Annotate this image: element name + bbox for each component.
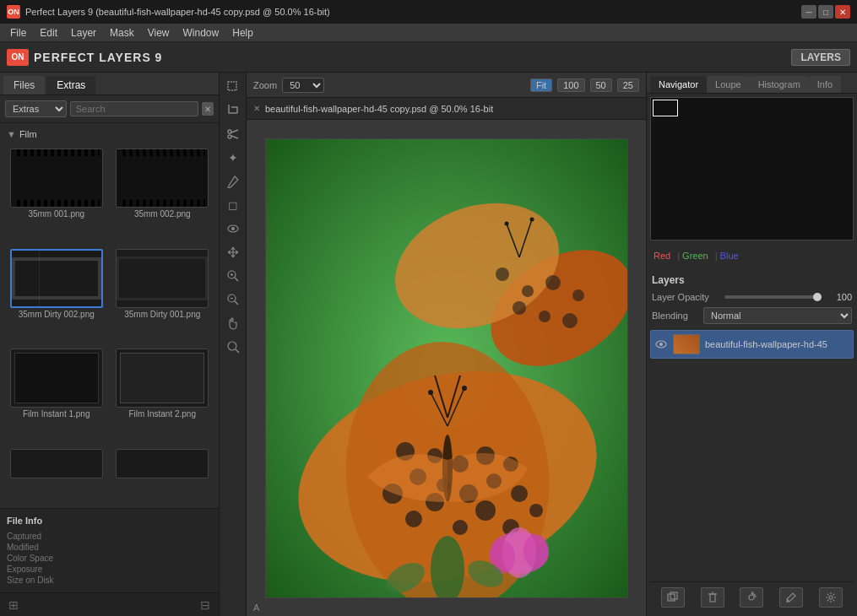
fit-button[interactable]: Fit <box>530 78 552 92</box>
info-label-sizeondisk: Size on Disk <box>7 575 74 585</box>
menu-help[interactable]: Help <box>225 25 260 41</box>
zoom-label: Zoom <box>253 80 277 90</box>
info-row-colorspace: Color Space <box>7 553 212 564</box>
opacity-slider[interactable] <box>724 295 822 299</box>
tab-info[interactable]: Info <box>809 76 841 93</box>
svg-point-26 <box>475 500 496 521</box>
thumbnail-image <box>10 149 103 208</box>
svg-point-14 <box>228 342 236 350</box>
file-info-title: File Info <box>7 516 212 526</box>
menu-window[interactable]: Window <box>176 25 226 41</box>
list-item[interactable]: 35mm Dirty 001.png <box>111 249 214 346</box>
minimize-button[interactable]: ─ <box>801 5 816 19</box>
logo-area: ON PERFECT LAYERS 9 <box>7 49 162 66</box>
eraser-tool[interactable]: ◻ <box>222 194 244 216</box>
list-item[interactable] <box>5 449 108 505</box>
visibility-tool[interactable] <box>222 218 244 240</box>
thumbnail-image <box>10 349 103 408</box>
menu-edit[interactable]: Edit <box>33 25 64 41</box>
layer-opacity-row: Layer Opacity 100 <box>650 289 854 305</box>
grid-small-icon[interactable]: ⊞ <box>5 597 22 613</box>
list-item[interactable]: Film Instant 1.png <box>5 349 108 446</box>
blending-mode-select[interactable]: Normal Multiply Screen Overlay <box>703 307 852 324</box>
brush-tool[interactable] <box>222 170 244 192</box>
channel-green[interactable]: Green <box>677 251 708 261</box>
rotate-layer-button[interactable] <box>740 587 763 608</box>
list-item[interactable]: 35mm Dirty 002.png <box>5 249 108 346</box>
settings-layer-button[interactable] <box>819 587 843 608</box>
svg-point-72 <box>787 600 789 602</box>
info-row-exposure: Exposure <box>7 564 212 575</box>
menu-mask[interactable]: Mask <box>103 25 141 41</box>
extras-dropdown[interactable]: Extras <box>5 100 67 117</box>
navigator-preview <box>650 97 854 240</box>
canvas-toolbar: Zoom 50 25 75 100 Fit 100 50 25 <box>247 73 646 98</box>
magnify-tool[interactable] <box>222 336 244 358</box>
svg-point-65 <box>659 343 663 346</box>
top-toolbar: ON PERFECT LAYERS 9 LAYERS <box>0 42 857 73</box>
window-controls: ─ □ ✕ <box>801 5 850 19</box>
grid-large-icon[interactable]: ⊟ <box>197 597 214 613</box>
zoom-in-tool[interactable] <box>222 265 244 287</box>
navigator-viewport-rect[interactable] <box>653 100 678 116</box>
duplicate-layer-button[interactable] <box>661 587 685 608</box>
menu-layer[interactable]: Layer <box>64 25 103 41</box>
move-tool[interactable] <box>222 241 244 263</box>
layers-panel-title: Layers <box>650 271 854 289</box>
zoom-50-button[interactable]: 50 <box>590 78 612 92</box>
tab-loupe[interactable]: Loupe <box>707 76 750 93</box>
opacity-label: Layer Opacity <box>652 292 719 302</box>
layers-section: Layers Layer Opacity 100 Blending Normal <box>647 267 857 616</box>
tab-navigator[interactable]: Navigator <box>650 76 707 93</box>
file-info-panel: File Info Captured Modified Color Space … <box>0 508 219 592</box>
layers-toggle-button[interactable]: LAYERS <box>791 49 850 66</box>
thumbnail-label: 35mm 002.png <box>134 209 191 219</box>
thumbnail-image <box>116 449 209 478</box>
maximize-button[interactable]: □ <box>818 5 833 19</box>
list-item[interactable]: 35mm 002.png <box>111 149 214 246</box>
zoom-100-button[interactable]: 100 <box>557 78 584 92</box>
doc-close-icon[interactable]: ✕ <box>253 104 260 113</box>
opacity-handle[interactable] <box>813 293 822 301</box>
channel-blue[interactable]: Blue <box>715 251 739 261</box>
zoom-25-button[interactable]: 25 <box>617 78 639 92</box>
film-section-header[interactable]: ▼ Film <box>5 127 214 142</box>
left-panel-tabs: Files Extras <box>0 73 219 95</box>
search-input[interactable] <box>70 101 198 116</box>
scissors-tool[interactable] <box>222 123 244 145</box>
zoom-out-tool[interactable] <box>222 289 244 311</box>
svg-point-39 <box>496 267 509 281</box>
stamp-tool[interactable]: ✦ <box>222 147 244 169</box>
list-item[interactable]: 35mm 001.png <box>5 149 108 246</box>
channel-red[interactable]: Red <box>654 251 670 261</box>
thumbnails-grid: 35mm 001.png 35mm 002.png 35mm Dirty 002… <box>0 145 219 508</box>
delete-layer-button[interactable] <box>701 587 724 608</box>
layer-thumbnail <box>673 334 700 354</box>
crop-tool[interactable] <box>222 100 244 122</box>
app-icon: ON <box>7 5 20 19</box>
right-panel-tabs: Navigator Loupe Histogram Info <box>647 73 857 94</box>
info-row-sizeondisk: Size on Disk <box>7 575 212 586</box>
svg-line-8 <box>235 278 238 281</box>
svg-point-73 <box>829 596 833 599</box>
hand-tool[interactable] <box>222 312 244 334</box>
close-window-button[interactable]: ✕ <box>835 5 850 19</box>
layer-action-icons <box>650 581 854 613</box>
paint-layer-button[interactable] <box>779 587 803 608</box>
tab-files[interactable]: Files <box>3 76 45 95</box>
list-item[interactable] <box>111 449 214 505</box>
histogram-area: Red Green Blue <box>647 244 857 267</box>
menu-view[interactable]: View <box>141 25 176 41</box>
list-item[interactable]: Film Instant 2.png <box>111 349 214 446</box>
menu-file[interactable]: File <box>3 25 33 41</box>
layer-item[interactable]: beautiful-fish-wallpaper-hd-45 <box>650 330 854 359</box>
thumbnail-image <box>116 149 209 208</box>
thumbnail-label: 35mm Dirty 001.png <box>124 310 200 319</box>
tab-histogram[interactable]: Histogram <box>750 76 809 93</box>
tab-extras[interactable]: Extras <box>46 76 95 95</box>
select-rect-tool[interactable] <box>222 76 244 98</box>
search-clear-button[interactable]: ✕ <box>202 102 214 116</box>
layer-visibility-icon[interactable] <box>654 338 668 351</box>
zoom-select[interactable]: 50 25 75 100 <box>282 78 324 93</box>
canvas-viewport[interactable]: A <box>247 120 646 616</box>
